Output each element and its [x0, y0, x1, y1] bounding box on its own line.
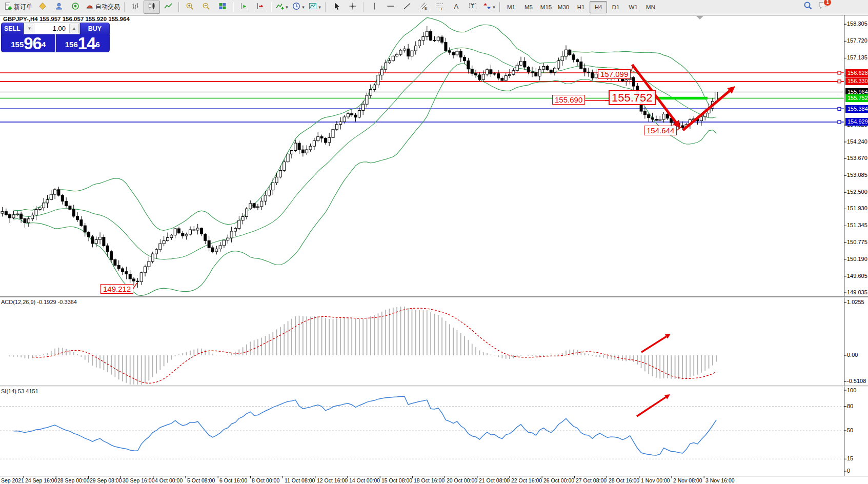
text-label-tool-button[interactable]: T	[465, 1, 481, 14]
timeframe-button-h4[interactable]: H4	[590, 1, 607, 13]
timeframe-button-mn[interactable]: MN	[642, 1, 659, 13]
chart-shift-icon	[256, 2, 265, 12]
buy-price[interactable]: 156146	[56, 34, 110, 52]
time-tick-label: 15 Oct 08:00	[381, 477, 412, 483]
zoom-in-button[interactable]	[181, 1, 198, 14]
template-icon	[309, 2, 317, 12]
chart-shift-button[interactable]	[252, 1, 269, 14]
rsi-scale-label: 100	[847, 387, 856, 393]
time-tick-label: Sep 2021	[1, 477, 24, 483]
notifications-icon[interactable]: 1	[818, 1, 828, 12]
indicators-icon	[276, 2, 284, 12]
sonar-icon	[71, 2, 79, 12]
templates-button[interactable]: ▾	[307, 1, 323, 14]
sell-price-big: 96	[24, 36, 42, 51]
buy-price-main: 156	[65, 38, 78, 51]
clock-icon	[292, 2, 300, 12]
autotrade-button[interactable]: 自动交易	[84, 1, 122, 14]
search-icon[interactable]	[803, 1, 813, 12]
timeframe-button-m30[interactable]: M30	[555, 1, 572, 13]
price-annotation-box[interactable]: 157.099	[598, 69, 631, 79]
price-annotation-box[interactable]: 155.690	[552, 95, 585, 105]
toolbar: 新订单 自动交易 ▾ ▾ ▾ E F A T ▾	[0, 0, 868, 14]
time-tick-label: 18 Oct 16:00	[414, 477, 445, 483]
time-tick-label: 3 Nov 16:00	[705, 477, 735, 483]
timeframe-button-m5[interactable]: M5	[520, 1, 537, 13]
price-annotation-box[interactable]: 149.212	[100, 284, 133, 294]
text-tool-button[interactable]: A	[448, 1, 465, 14]
fibonacci-tool-button[interactable]: F	[432, 1, 448, 14]
toolbar-right: 1	[803, 1, 828, 12]
macd-scale-label: -0.5108	[847, 378, 866, 384]
sell-price[interactable]: 155964	[2, 34, 56, 52]
dropdown-caret-icon: ▾	[493, 5, 495, 10]
sell-price-sup: 4	[42, 34, 46, 55]
fibonacci-icon: F	[436, 2, 444, 12]
volume-increase-button[interactable]: ▲	[69, 24, 79, 33]
line-chart-button[interactable]	[160, 1, 176, 14]
new-order-button[interactable]: 新订单	[2, 1, 34, 14]
favorites-button[interactable]	[34, 1, 51, 14]
volume-decrease-button[interactable]: ▼	[25, 24, 34, 33]
svg-text:T: T	[471, 3, 475, 9]
rsi-indicator-label: SI(14) 53.4151	[1, 388, 38, 394]
timeframe-button-m15[interactable]: M15	[537, 1, 555, 13]
line-chart-icon	[164, 2, 172, 12]
time-tick-label: 20 Oct 00:00	[447, 477, 477, 483]
bar-chart-button[interactable]	[127, 1, 144, 14]
time-tick-label: 14 Oct 00:00	[349, 477, 380, 483]
hline-tool-button[interactable]	[382, 1, 399, 14]
timeframe-button-d1[interactable]: D1	[607, 1, 624, 13]
macd-scale-label: 1.0255	[847, 299, 864, 305]
text-icon: A	[452, 2, 460, 12]
price-tick-label: 149.605	[847, 273, 867, 279]
price-annotation-box[interactable]: 155.752	[609, 90, 656, 105]
separator	[233, 2, 234, 12]
dropdown-caret-icon: ▾	[318, 5, 321, 10]
cursor-tool-button[interactable]	[328, 1, 345, 14]
price-line-label: 156.628	[845, 69, 868, 77]
vertical-line-icon	[370, 2, 378, 12]
signal-button[interactable]	[67, 1, 84, 14]
zoom-out-button[interactable]	[198, 1, 214, 14]
price-annotation-box[interactable]: 154.644	[644, 126, 677, 135]
channel-tool-button[interactable]: E	[415, 1, 432, 14]
time-tick-label: 28 Sep 00:00	[57, 477, 89, 483]
volume-value[interactable]: 1.00	[35, 23, 69, 34]
mt4-window: 新订单 自动交易 ▾ ▾ ▾ E F A T ▾	[0, 0, 868, 484]
tile-windows-icon	[218, 2, 227, 12]
chart-title: GBPJPY-,H4 155.957 156.057 155.920 155.9…	[3, 16, 130, 22]
arrows-tool-button[interactable]: ▾	[481, 1, 497, 14]
periods-button[interactable]: ▾	[290, 1, 307, 14]
channel-icon: E	[419, 2, 428, 12]
timeframe-button-m1[interactable]: M1	[502, 1, 520, 13]
new-order-icon	[4, 2, 12, 12]
buy-button[interactable]: BUY	[80, 23, 110, 34]
indicators-button[interactable]: ▾	[274, 1, 290, 14]
price-tick-label: 157.135	[847, 54, 867, 60]
candlestick-chart-button[interactable]	[144, 1, 160, 14]
separator	[178, 2, 179, 12]
macd-indicator-label: ACD(12,26,9) -0.1929 -0.3364	[1, 299, 77, 305]
timeframe-button-w1[interactable]: W1	[624, 1, 642, 13]
price-tick-label: 150.190	[847, 256, 867, 262]
price-tick-label: 152.500	[847, 189, 867, 195]
trendline-icon	[403, 2, 411, 12]
timeframe-button-h1[interactable]: H1	[572, 1, 590, 13]
trendline-tool-button[interactable]	[399, 1, 415, 14]
chart-canvas[interactable]	[0, 0, 868, 484]
time-tick-label: 12 Oct 16:00	[317, 477, 348, 483]
tile-windows-button[interactable]	[214, 1, 231, 14]
svg-text:E: E	[425, 6, 427, 10]
time-tick-label: 5 Oct 08:00	[187, 477, 215, 483]
arrow-shapes-icon	[483, 2, 491, 12]
profile-button[interactable]	[51, 1, 67, 14]
crosshair-tool-button[interactable]	[345, 1, 361, 14]
auto-scroll-button[interactable]	[236, 1, 252, 14]
time-tick-label: 26 Oct 00:00	[543, 477, 574, 483]
price-tick-label: 151.345	[847, 222, 867, 228]
dropdown-caret-icon: ▾	[286, 5, 288, 10]
zoom-out-icon	[202, 2, 210, 12]
sell-button[interactable]: SELL	[1, 23, 24, 34]
vline-tool-button[interactable]	[366, 1, 382, 14]
